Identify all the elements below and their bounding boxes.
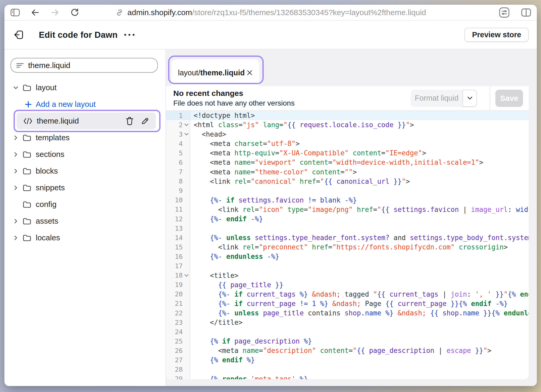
chevron-right-icon[interactable] (13, 152, 19, 157)
line-number: 7 (166, 167, 190, 177)
folder-label: sections (36, 150, 64, 159)
line-number: 8 (166, 177, 190, 186)
code-line (190, 327, 529, 336)
version-bar: No recent changes File does not have any… (166, 86, 529, 111)
line-number: 24 (166, 327, 190, 336)
code-line: {{ page_title }} (190, 280, 529, 290)
code-line: {%- if settings.favicon != blank -%} (190, 195, 529, 205)
sidebar-folder-snippets[interactable]: snippets (4, 179, 165, 196)
filter-icon (16, 63, 24, 68)
file-sidebar: theme.liquid layoutAdd a new layouttheme… (4, 50, 166, 386)
code-line: <link rel="canonical" href="{{ canonical… (190, 177, 529, 186)
line-number: 1 (166, 111, 190, 120)
line-number: 22 (166, 308, 190, 318)
add-new-layout-link[interactable]: Add a new layout (4, 96, 165, 113)
chevron-down-icon (467, 96, 472, 100)
line-number: 9 (166, 186, 190, 195)
folder-label: blocks (36, 167, 58, 175)
line-number: 26 (166, 346, 190, 355)
line-number: 5 (166, 148, 190, 158)
browser-toolbar: admin.shopify.com/store/rzq1xu-f5/themes… (4, 5, 537, 21)
chevron-right-icon[interactable] (13, 135, 19, 140)
sidebar-folder-blocks[interactable]: blocks (4, 163, 165, 179)
line-number: 29 (166, 374, 190, 379)
sidebar-folder-config[interactable]: config (4, 196, 165, 213)
sidebar-toggle-icon[interactable] (10, 9, 20, 16)
folder-icon (22, 201, 32, 208)
reload-icon[interactable] (70, 8, 79, 17)
chevron-right-icon[interactable] (13, 169, 19, 174)
selected-file-row[interactable]: theme.liquid (17, 113, 156, 129)
sidebar-folder-templates[interactable]: templates (4, 129, 165, 146)
code-line: {% render 'meta-tags' %} (190, 374, 529, 379)
code-line: {% endif %} (190, 355, 529, 365)
file-tab[interactable]: layout/theme.liquid (171, 59, 259, 86)
folder-icon (22, 217, 32, 225)
forward-button-icon[interactable] (51, 9, 59, 16)
line-number: 12 (166, 214, 190, 224)
folder-icon (22, 184, 32, 192)
folder-label: layout (36, 83, 57, 92)
folder-label: snippets (36, 183, 65, 192)
code-line: {%- if current_page != 1 %} &ndash; Page… (190, 299, 529, 308)
line-number: 28 (166, 365, 190, 374)
preview-store-button[interactable]: Preview store (464, 28, 529, 42)
delete-file-icon[interactable] (126, 117, 134, 125)
sidebar-folder-layout[interactable]: layout (4, 79, 165, 96)
line-number: 11 (166, 205, 190, 214)
line-number: 10 (166, 195, 190, 205)
folder-icon (22, 234, 32, 242)
sidebar-folder-sections[interactable]: sections (4, 146, 165, 163)
code-area[interactable]: <!doctype html><html class="js" lang="{{… (190, 111, 529, 379)
code-line (190, 261, 529, 271)
chevron-right-icon[interactable] (13, 235, 19, 240)
split-view-icon[interactable] (521, 8, 531, 17)
back-button-icon[interactable] (31, 9, 40, 16)
editor-panel: layout/theme.liquid No recent changes Fi… (166, 50, 537, 386)
line-number-gutter: 1234567891011121314151617181920212223242… (166, 111, 190, 379)
fold-arrow-icon[interactable] (184, 133, 189, 136)
format-liquid-button[interactable]: Format liquid (411, 90, 463, 107)
folder-label: templates (36, 133, 70, 142)
code-line: <title> (190, 271, 529, 280)
line-number: 2 (166, 120, 190, 130)
browser-settings-icon[interactable] (499, 7, 510, 18)
code-line: {%- unless page_title contains shop.name… (190, 308, 529, 318)
fold-arrow-icon[interactable] (184, 274, 189, 277)
code-line: <meta name="theme-color" content=""> (190, 167, 529, 177)
link-icon (115, 8, 124, 17)
action-label: Add a new layout (36, 100, 96, 109)
chevron-right-icon[interactable] (13, 185, 19, 190)
chevron-down-icon[interactable] (13, 86, 19, 89)
sidebar-file-theme.liquid[interactable]: theme.liquid (4, 113, 165, 129)
more-actions-button[interactable] (124, 34, 134, 36)
tab-close-icon[interactable] (247, 70, 253, 76)
code-line: <!doctype html> (190, 111, 529, 120)
code-file-icon (23, 118, 32, 124)
exit-icon[interactable] (14, 29, 24, 40)
search-value: theme.liquid (28, 61, 70, 70)
chevron-right-icon[interactable] (13, 219, 19, 224)
file-tree: layoutAdd a new layouttheme.liquidtempla… (4, 79, 165, 246)
save-button[interactable]: Save (495, 90, 523, 107)
sidebar-folder-locales[interactable]: locales (4, 229, 165, 246)
folder-icon (22, 84, 32, 91)
url-bar[interactable]: admin.shopify.com/store/rzq1xu-f5/themes… (115, 5, 426, 20)
code-line: <html class="js" lang="{{ request.locale… (190, 120, 529, 130)
browser-window: admin.shopify.com/store/rzq1xu-f5/themes… (4, 5, 537, 386)
line-number: 25 (166, 336, 190, 346)
sidebar-folder-assets[interactable]: assets (4, 213, 165, 229)
code-line (190, 365, 529, 374)
fold-arrow-icon[interactable] (184, 124, 189, 126)
rename-file-icon[interactable] (141, 117, 149, 125)
line-number: 16 (166, 252, 190, 261)
format-liquid-dropdown[interactable] (463, 90, 477, 107)
file-label: theme.liquid (37, 117, 79, 125)
code-line: {%- if current_tags %} &ndash; tagged "{… (190, 290, 529, 299)
code-line: <meta name="viewport" content="width=dev… (190, 158, 529, 167)
code-editor[interactable]: 1234567891011121314151617181920212223242… (166, 111, 529, 379)
code-line: <link rel="icon" type="image/png" href="… (190, 205, 529, 214)
format-liquid-split-button: Format liquid (411, 90, 477, 107)
file-search-input[interactable]: theme.liquid (10, 58, 158, 73)
code-line: {%- endunless -%} (190, 252, 529, 261)
